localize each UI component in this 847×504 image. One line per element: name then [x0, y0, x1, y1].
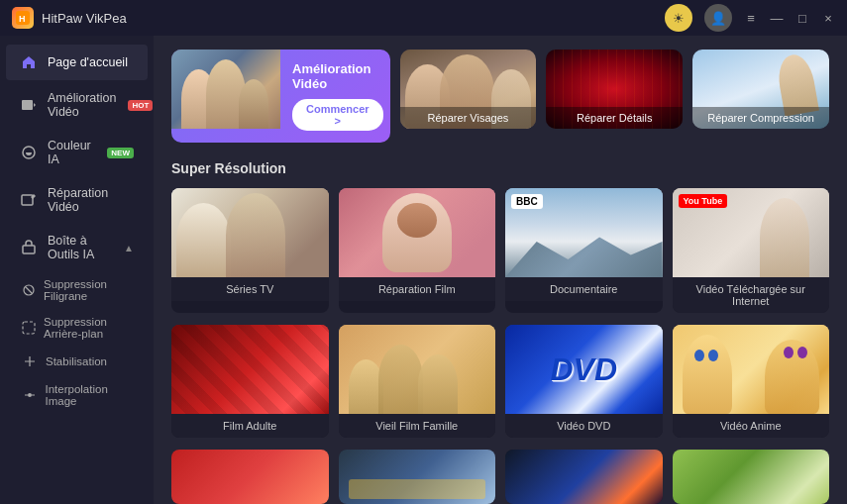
top-card-repair-compression[interactable]: Réparer Compression: [692, 50, 829, 129]
svg-marker-3: [34, 103, 36, 107]
featured-card-text: Amélioration Vidéo Commencer >: [280, 50, 390, 143]
top-cards-row: Amélioration Vidéo Commencer > Réparer V…: [171, 50, 829, 143]
repair-details-label: Réparer Détails: [546, 107, 683, 129]
stabilize-icon: [22, 353, 38, 369]
card-thumb-anime: [673, 325, 830, 414]
card-video-dvd[interactable]: DVD Vidéo DVD: [505, 325, 663, 438]
card-label-reparation-film: Réparation Film: [339, 277, 496, 301]
card-thumb-series-tv: [171, 188, 329, 277]
new-badge: NEW: [107, 148, 134, 158]
svg-rect-5: [22, 195, 33, 205]
repair-icon: [20, 191, 38, 209]
toolbox-icon: [20, 239, 38, 256]
sidebar-item-toolbox[interactable]: Boîte à Outils IA ▲: [6, 225, 148, 270]
chevron-down-icon: ▲: [124, 243, 134, 253]
featured-card-image: [171, 50, 280, 129]
sidebar-item-watermark[interactable]: Suppression Filigrane: [0, 271, 154, 309]
sidebar-item-bg-remove[interactable]: Suppression Arrière-plan: [0, 309, 154, 347]
watermark-label: Suppression Filigrane: [44, 278, 140, 302]
card-video-internet[interactable]: You Tube Vidéo Téléchargée sur Internet: [673, 188, 830, 313]
card-thumb-dvd: DVD: [505, 325, 663, 414]
svg-line-8: [26, 287, 32, 293]
sidebar-sub-items: Suppression Filigrane Suppression Arrièr…: [0, 271, 154, 414]
home-icon: [20, 53, 38, 71]
title-bar-left: H HitPaw VikPea: [12, 7, 127, 29]
video-enhance-icon: [20, 96, 38, 114]
top-card-repair-details[interactable]: Réparer Détails: [546, 50, 683, 129]
card-label-series-tv: Séries TV: [171, 277, 329, 301]
card-label-vieil-film-famille: Vieil Film Famille: [339, 414, 496, 438]
minimize-button[interactable]: —: [770, 11, 784, 25]
sidebar-item-video-repair[interactable]: Réparation Vidéo: [6, 177, 148, 223]
title-bar: H HitPaw VikPea ☀ 👤 ≡ — □ ×: [0, 0, 847, 36]
sidebar-ai-color-label: Couleur IA: [48, 139, 95, 166]
featured-card[interactable]: Amélioration Vidéo Commencer >: [171, 50, 390, 143]
card-label-documentaire: Documentaire: [505, 277, 663, 301]
sidebar-video-enhance-label: Amélioration Vidéo: [48, 91, 116, 119]
grid-row-3: [171, 450, 829, 504]
sidebar-item-home[interactable]: Page d'accueil: [6, 45, 148, 80]
bbc-badge: BBC: [511, 194, 543, 209]
card-video-anime[interactable]: Vidéo Anime: [673, 325, 830, 438]
maximize-button[interactable]: □: [795, 11, 809, 25]
title-bar-right: ☀ 👤 ≡ — □ ×: [665, 4, 835, 32]
card-row3-2[interactable]: [339, 450, 496, 504]
interpolate-label: Interpolation Image: [46, 383, 140, 407]
sidebar-item-ai-color[interactable]: Couleur IA NEW: [6, 130, 148, 175]
sidebar: Page d'accueil Amélioration Vidéo HOT Co…: [0, 36, 154, 504]
close-button[interactable]: ×: [821, 11, 835, 25]
stabilize-label: Stabilisation: [46, 355, 107, 367]
sun-icon[interactable]: ☀: [665, 4, 692, 32]
svg-rect-2: [22, 100, 33, 110]
card-label-video-dvd: Vidéo DVD: [505, 414, 663, 438]
sidebar-item-interpolate[interactable]: Interpolation Image: [0, 376, 154, 414]
card-thumb-film-adulte: [171, 325, 329, 414]
card-film-adulte[interactable]: Film Adulte: [171, 325, 329, 438]
card-reparation-film[interactable]: Réparation Film: [339, 188, 496, 313]
card-row3-1[interactable]: [171, 450, 329, 504]
interpolate-icon: [22, 387, 38, 403]
menu-icon[interactable]: ≡: [744, 11, 758, 25]
card-vieil-film-famille[interactable]: Vieil Film Famille: [339, 325, 496, 438]
card-label-video-internet: Vidéo Téléchargée sur Internet: [673, 277, 830, 313]
app-title: HitPaw VikPea: [42, 11, 127, 26]
section-title: Super Résolution: [171, 160, 829, 176]
content-area: Amélioration Vidéo Commencer > Réparer V…: [154, 36, 847, 504]
card-thumb-row3-2: [339, 450, 496, 504]
card-label-film-adulte: Film Adulte: [171, 414, 329, 438]
repair-faces-label: Réparer Visages: [400, 107, 537, 129]
card-thumb-vieil-film: [339, 325, 496, 414]
card-thumb-documentaire: BBC: [505, 188, 663, 277]
card-label-video-anime: Vidéo Anime: [673, 414, 830, 438]
start-button[interactable]: Commencer >: [292, 99, 383, 131]
sidebar-item-video-enhance[interactable]: Amélioration Vidéo HOT: [6, 82, 148, 128]
bg-remove-icon: [22, 320, 36, 336]
svg-rect-9: [23, 322, 35, 334]
app-logo: H: [12, 7, 34, 29]
hot-badge: HOT: [128, 100, 153, 111]
grid-row-2: Film Adulte Vieil Film Famille: [171, 325, 829, 438]
dvd-logo: DVD: [505, 325, 663, 414]
youtube-badge: You Tube: [679, 194, 728, 208]
card-series-tv[interactable]: Séries TV: [171, 188, 329, 313]
card-thumb-row3-3: [505, 450, 663, 504]
watermark-icon: [22, 282, 36, 298]
card-row3-3[interactable]: [505, 450, 663, 504]
main-layout: Page d'accueil Amélioration Vidéo HOT Co…: [0, 36, 847, 504]
featured-card-title: Amélioration Vidéo: [292, 61, 383, 91]
card-thumb-row3-1: [171, 450, 329, 504]
sidebar-item-stabilize[interactable]: Stabilisation: [0, 347, 154, 376]
grid-row-1: Séries TV Réparation Film: [171, 188, 829, 313]
ai-color-icon: [20, 144, 38, 161]
card-thumb-youtube: You Tube: [673, 188, 830, 277]
sidebar-toolbox-label: Boîte à Outils IA: [48, 234, 114, 261]
svg-rect-6: [23, 246, 35, 253]
card-thumb-row3-4: [673, 450, 830, 504]
svg-text:H: H: [19, 14, 26, 24]
user-icon[interactable]: 👤: [704, 4, 732, 32]
top-card-repair-faces[interactable]: Réparer Visages: [400, 50, 537, 129]
card-row3-4[interactable]: [673, 450, 830, 504]
card-thumb-reparation: [339, 188, 496, 277]
card-documentaire[interactable]: BBC Documentaire: [505, 188, 663, 313]
svg-point-10: [28, 393, 32, 397]
